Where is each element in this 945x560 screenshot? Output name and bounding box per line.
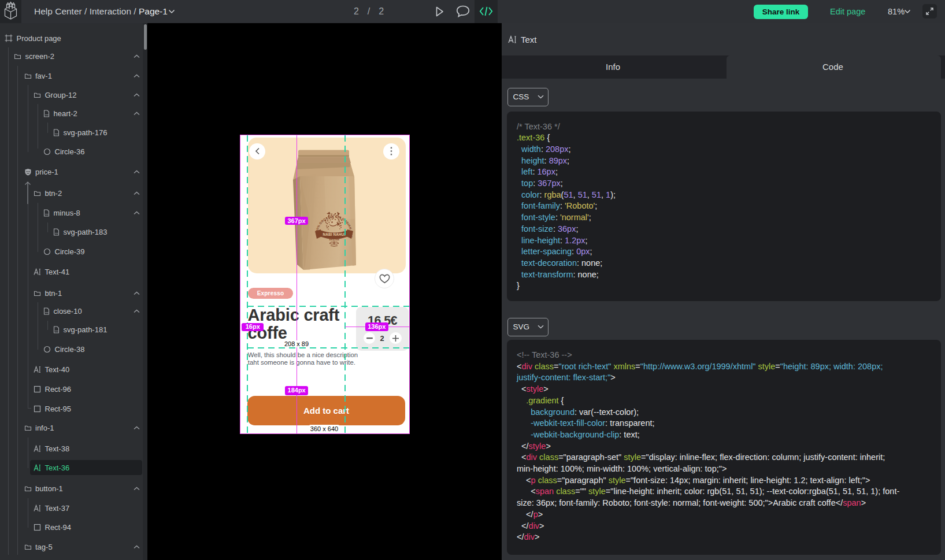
svg-text:SINCE 2008: SINCE 2008 [329, 238, 339, 240]
svg-text:NABI NAHUI: NABI NAHUI [323, 232, 345, 236]
